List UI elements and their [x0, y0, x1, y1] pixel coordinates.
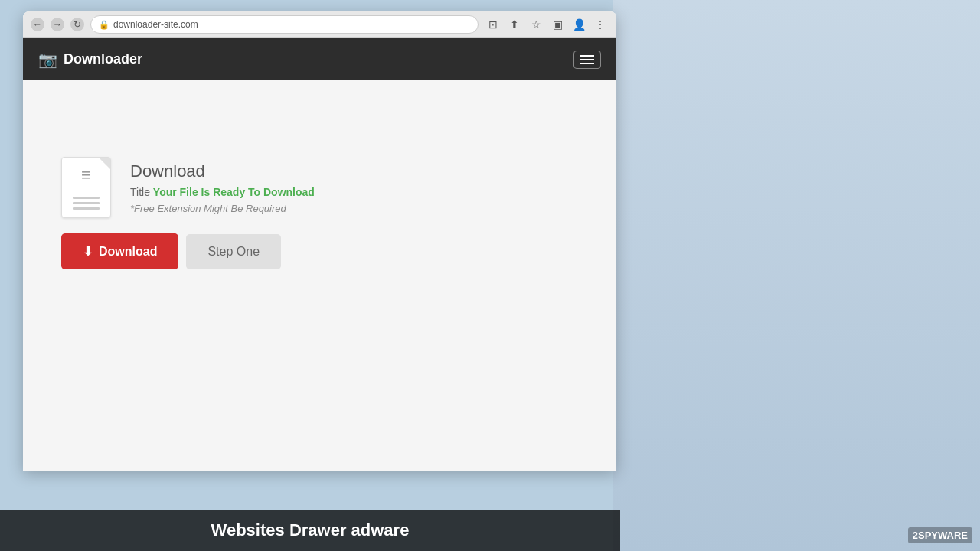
- lock-icon: 🔒: [99, 20, 109, 30]
- file-line: [73, 202, 100, 204]
- download-button-label: Download: [99, 245, 157, 259]
- share-icon[interactable]: ⬆: [506, 16, 523, 33]
- download-title-row: Title Your File Is Ready To Download: [130, 186, 315, 198]
- sidebar-icon[interactable]: ▣: [549, 16, 566, 33]
- hamburger-line-1: [580, 55, 594, 57]
- title-label: Title: [130, 186, 153, 198]
- download-info: ≡ Download Title Your File Is Ready To D…: [61, 157, 315, 218]
- refresh-button[interactable]: ↻: [70, 18, 84, 31]
- address-text: downloader-site.com: [113, 19, 198, 30]
- caption-text: Websites Drawer adware: [211, 520, 410, 540]
- logo-text: Downloader: [64, 51, 142, 67]
- title-value: Your File Is Ready To Download: [153, 186, 315, 198]
- download-icon: ⬇: [83, 244, 93, 259]
- cast-icon[interactable]: ⊡: [485, 16, 501, 33]
- hamburger-line-3: [580, 63, 594, 64]
- back-button[interactable]: ←: [31, 18, 44, 31]
- download-note: *Free Extension Might Be Required: [130, 203, 315, 214]
- download-text-area: Download Title Your File Is Ready To Dow…: [130, 161, 315, 214]
- site-navbar: 📷 Downloader: [23, 38, 616, 80]
- site-logo: 📷 Downloader: [38, 51, 142, 69]
- step-one-button[interactable]: Step One: [186, 234, 281, 269]
- file-line: [73, 197, 100, 199]
- browser-actions: ⊡ ⬆ ☆ ▣ 👤 ⋮: [485, 16, 609, 33]
- watermark-text: 2SPYWARE: [913, 530, 968, 541]
- step-one-label: Step One: [207, 245, 260, 258]
- hamburger-menu-button[interactable]: [573, 51, 601, 69]
- site-content: ≡ Download Title Your File Is Ready To D…: [23, 80, 616, 471]
- caption-bar: Websites Drawer adware: [0, 510, 620, 551]
- watermark: 2SPYWARE: [908, 527, 972, 543]
- file-line: [73, 207, 100, 210]
- download-button[interactable]: ⬇ Download: [61, 233, 178, 269]
- address-bar[interactable]: 🔒 downloader-site.com: [90, 15, 479, 34]
- profile-icon[interactable]: 👤: [570, 16, 587, 33]
- forward-button[interactable]: →: [51, 18, 64, 31]
- file-icon: ≡: [61, 157, 111, 218]
- file-lines: [73, 197, 100, 210]
- logo-icon: 📷: [38, 51, 57, 69]
- menu-icon[interactable]: ⋮: [592, 16, 609, 33]
- browser-chrome: ← → ↻ 🔒 downloader-site.com ⊡ ⬆ ☆ ▣ 👤 ⋮: [23, 11, 616, 38]
- bookmark-icon[interactable]: ☆: [528, 16, 544, 33]
- zip-icon: ≡: [81, 165, 91, 185]
- background-photo: [612, 0, 980, 551]
- download-heading: Download: [130, 161, 315, 181]
- browser-window: ← → ↻ 🔒 downloader-site.com ⊡ ⬆ ☆ ▣ 👤 ⋮ …: [23, 11, 616, 471]
- download-actions: ⬇ Download Step One: [61, 233, 315, 269]
- hamburger-line-2: [580, 59, 594, 60]
- download-card: ≡ Download Title Your File Is Ready To D…: [61, 157, 315, 269]
